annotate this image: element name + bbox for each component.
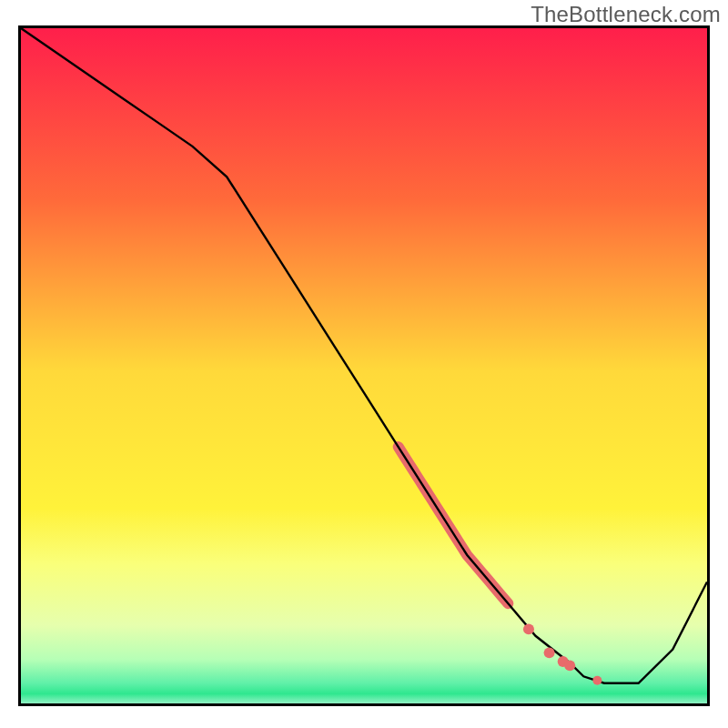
curve-layer — [21, 28, 707, 703]
watermark-text: TheBottleneck.com — [531, 2, 721, 27]
svg-point-4 — [564, 661, 575, 672]
highlight-segment — [399, 447, 509, 603]
svg-point-1 — [523, 623, 534, 634]
chart-container: TheBottleneck.com — [0, 0, 728, 728]
svg-point-5 — [592, 676, 602, 685]
plot-area — [18, 25, 710, 706]
svg-point-2 — [544, 647, 555, 658]
highlight-dots — [523, 623, 602, 684]
main-curve — [21, 28, 707, 683]
